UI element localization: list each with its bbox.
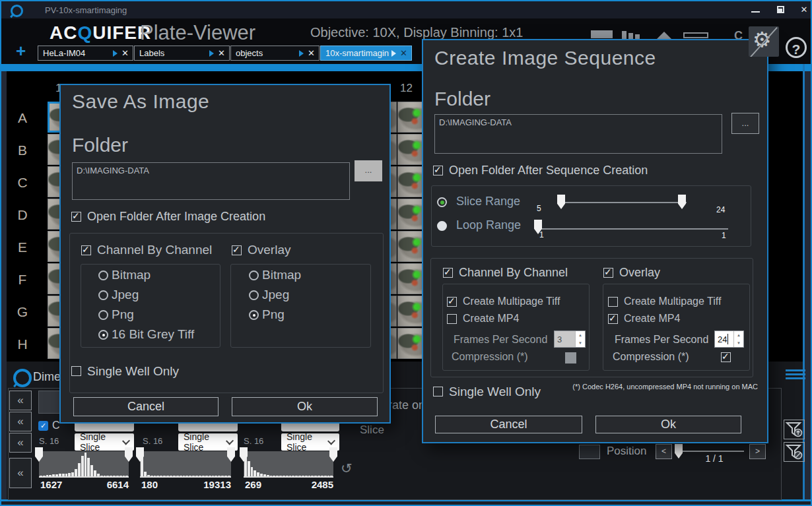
channel-enabled-checkbox[interactable]: ✓ <box>38 421 48 431</box>
minimize-button[interactable] <box>749 4 762 16</box>
radio-16bit-grey-tiff[interactable] <box>98 330 108 340</box>
hist-bar <box>78 463 81 476</box>
overlay-checkbox[interactable] <box>603 268 613 278</box>
play-export-icon[interactable] <box>657 32 671 39</box>
gear-icon: ⚙ <box>753 27 772 52</box>
hist-bar <box>260 474 263 476</box>
tab-play-icon[interactable] <box>209 50 214 57</box>
cancel-button[interactable]: Cancel <box>73 397 219 416</box>
hist-bar <box>90 465 93 476</box>
radio-png[interactable] <box>249 310 259 320</box>
collapse-channel-button[interactable]: « <box>9 412 32 431</box>
tab-labels[interactable]: Labels✕ <box>134 46 230 61</box>
create-mp4-checkbox[interactable] <box>447 314 457 324</box>
filter-apply-button[interactable] <box>784 420 805 439</box>
hist-bar <box>209 476 211 476</box>
add-tab-icon[interactable]: + <box>16 42 26 59</box>
position-swatch[interactable] <box>579 445 600 459</box>
histogram[interactable] <box>244 451 333 478</box>
loop-range-track[interactable] <box>538 228 728 230</box>
hist-bar <box>254 470 256 476</box>
slice-range-to: 24 <box>716 205 725 214</box>
overlay-checkbox[interactable] <box>232 245 242 255</box>
tab-play-icon[interactable] <box>299 50 304 57</box>
hist-bar <box>270 476 273 476</box>
hist-bar <box>248 461 250 476</box>
measure-icon[interactable] <box>683 32 708 38</box>
filter-clear-button[interactable] <box>784 442 805 462</box>
hist-bar <box>144 472 147 476</box>
compression-checkbox[interactable] <box>721 352 731 362</box>
hist-bar <box>173 476 176 476</box>
hist-bar <box>186 476 188 476</box>
ok-button[interactable]: Ok <box>232 397 378 416</box>
radio-bitmap[interactable] <box>249 270 259 280</box>
histogram[interactable] <box>39 451 129 478</box>
histogram[interactable] <box>140 451 231 478</box>
hist-bar <box>87 458 90 476</box>
settings-button[interactable]: ⚙ <box>749 26 779 57</box>
tab-close-icon[interactable]: ✕ <box>308 48 315 58</box>
position-next-button[interactable]: > <box>749 444 766 459</box>
collapse-panel-button[interactable]: « <box>9 458 32 488</box>
ok-button[interactable]: Ok <box>595 416 741 433</box>
fps-label: Frames Per Second <box>454 334 547 346</box>
row-label: G <box>11 304 34 320</box>
loop-range-label: Loop Range <box>456 218 521 232</box>
radio-jpeg[interactable] <box>249 290 259 300</box>
tab-objects[interactable]: objects✕ <box>230 46 320 61</box>
spinner-arrows-icon[interactable]: ▲▼ <box>575 331 585 347</box>
menu-icon[interactable] <box>786 369 805 381</box>
channel-by-channel-checkbox[interactable] <box>443 268 453 278</box>
folder-input[interactable]: D:\IMAGING-DATA <box>434 114 722 154</box>
create-multipage-tiff-checkbox[interactable] <box>608 297 618 307</box>
slice-count-label: S. 16 <box>143 436 162 446</box>
row-label: F <box>11 272 34 288</box>
open-folder-checkbox[interactable] <box>71 212 81 222</box>
tab-close-icon[interactable]: ✕ <box>400 48 407 58</box>
folder-input[interactable]: D:\IMAGING-DATA <box>72 162 350 200</box>
radio-png[interactable] <box>98 310 108 320</box>
radio-bitmap[interactable] <box>98 270 108 280</box>
create-multipage-tiff-checkbox[interactable] <box>447 297 457 307</box>
collapse-channel-button[interactable]: « <box>9 391 32 410</box>
tab-10x-smartimaging[interactable]: 10x-smartimaging✕ <box>320 46 412 61</box>
tab-hela-im04[interactable]: HeLa-IM04✕ <box>38 46 133 61</box>
hist-bar <box>292 476 294 476</box>
browse-button[interactable]: ... <box>355 160 382 181</box>
single-well-checkbox[interactable] <box>71 366 81 376</box>
maximize-button[interactable] <box>774 4 788 16</box>
single-well-checkbox[interactable] <box>433 387 443 396</box>
fps-spinner[interactable]: 3 ▲▼ <box>554 331 586 348</box>
position-slider-track[interactable] <box>675 451 744 452</box>
hist-bar <box>154 476 156 476</box>
reset-levels-icon[interactable]: ↺ <box>341 460 353 476</box>
close-button[interactable]: ✕ <box>797 4 811 16</box>
compression-label: Compression (*) <box>613 351 689 363</box>
collapse-channel-button[interactable]: « <box>9 433 32 453</box>
loop-range-radio[interactable] <box>437 221 447 231</box>
hist-bar <box>324 476 327 476</box>
channel-by-channel-checkbox[interactable] <box>81 245 91 255</box>
position-prev-button[interactable]: < <box>656 444 672 459</box>
cancel-button[interactable]: Cancel <box>435 416 582 433</box>
spinner-arrows-icon[interactable]: ▲▼ <box>733 331 743 347</box>
create-mp4-checkbox[interactable] <box>608 314 618 324</box>
help-button[interactable]: ? <box>786 37 807 58</box>
hist-bar <box>199 476 201 476</box>
tab-play-icon[interactable] <box>113 50 118 57</box>
tab-close-icon[interactable]: ✕ <box>218 48 225 58</box>
tab-close-icon[interactable]: ✕ <box>121 48 129 58</box>
radio-jpeg[interactable] <box>98 290 108 300</box>
hist-bar <box>192 476 195 476</box>
row-label: D <box>11 207 34 223</box>
tab-play-icon[interactable] <box>391 50 396 57</box>
hist-bar <box>215 476 217 476</box>
slice-range-radio[interactable] <box>437 197 447 207</box>
slice-range-track[interactable] <box>561 202 687 203</box>
fps-spinner[interactable]: 24 ▲▼ <box>714 331 744 348</box>
hist-bar <box>189 476 191 476</box>
export-icon[interactable] <box>591 30 613 38</box>
browse-button[interactable]: ... <box>731 113 759 134</box>
open-folder-checkbox[interactable] <box>433 166 443 175</box>
